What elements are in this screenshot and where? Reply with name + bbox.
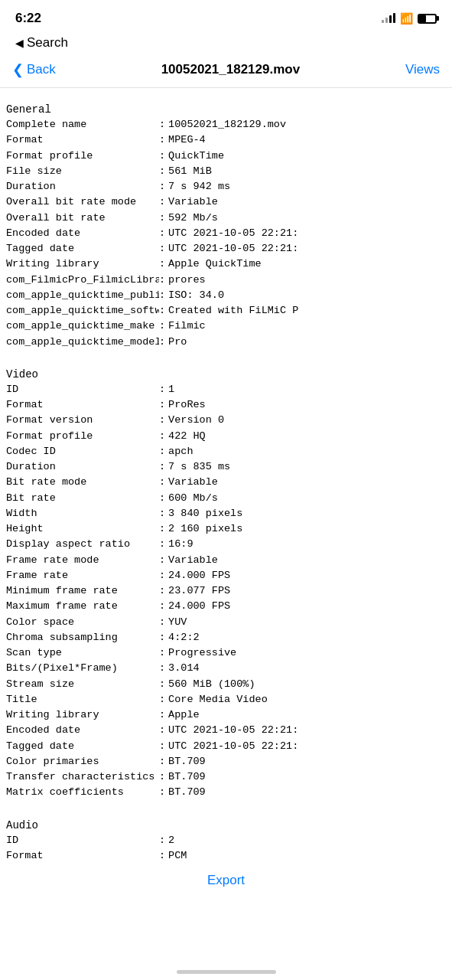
row-value: prores xyxy=(168,273,206,288)
info-table: General Complete name: 10052021_182129.m… xyxy=(6,103,446,864)
table-row: Width: 3 840 pixels xyxy=(6,506,446,521)
table-row: Color primaries: BT.709 xyxy=(6,754,446,769)
row-value: UTC 2021-10-05 22:21: xyxy=(168,241,298,256)
row-label: ID xyxy=(6,382,159,397)
row-value: PCM xyxy=(168,848,187,864)
table-row: Complete name: 10052021_182129.mov xyxy=(6,117,446,132)
table-row: Writing library: Apple QuickTime xyxy=(6,256,446,272)
row-value: QuickTime xyxy=(168,149,224,164)
table-row: Frame rate: 24.000 FPS xyxy=(6,568,446,583)
table-row: Duration: 7 s 942 ms xyxy=(6,179,446,194)
table-row: Overall bit rate: 592 Mb/s xyxy=(6,211,446,226)
row-separator: : xyxy=(159,769,165,785)
row-value: Variable xyxy=(168,194,218,210)
row-separator: : xyxy=(159,179,165,194)
row-label: Bit rate xyxy=(6,491,159,506)
row-separator: : xyxy=(159,226,165,241)
row-label: Complete name xyxy=(6,117,159,132)
table-row: Frame rate mode: Variable xyxy=(6,553,446,568)
row-value: 16:9 xyxy=(168,537,193,552)
row-separator: : xyxy=(159,459,165,475)
table-row: Stream size: 560 MiB (100%) xyxy=(6,677,446,692)
row-label: Color primaries xyxy=(6,754,159,769)
row-value: UTC 2021-10-05 22:21: xyxy=(168,723,298,738)
spacer xyxy=(6,801,446,813)
audio-rows: ID: 2Format: PCM xyxy=(6,833,446,864)
row-label: Format profile xyxy=(6,149,159,164)
row-label: Frame rate xyxy=(6,568,159,583)
row-separator: : xyxy=(159,599,165,614)
row-separator: : xyxy=(159,630,165,645)
row-label: Tagged date xyxy=(6,241,159,256)
table-row: com_apple_quicktime_softw: Created with … xyxy=(6,303,446,318)
row-separator: : xyxy=(159,785,165,800)
row-label: Title xyxy=(6,692,159,707)
row-label: Bits/(Pixel*Frame) xyxy=(6,661,159,676)
content-area: General Complete name: 10052021_182129.m… xyxy=(0,88,452,913)
row-value: Core Media Video xyxy=(168,692,268,707)
row-separator: : xyxy=(159,645,165,661)
row-label: File size xyxy=(6,164,159,179)
row-separator: : xyxy=(159,303,165,318)
row-value: BT.709 xyxy=(168,769,206,785)
row-separator: : xyxy=(159,692,165,707)
table-row: Transfer characteristics: BT.709 xyxy=(6,769,446,785)
search-label: Search xyxy=(27,35,68,51)
row-value: 10052021_182129.mov xyxy=(168,117,286,132)
row-separator: : xyxy=(159,273,165,288)
row-separator: : xyxy=(159,194,165,210)
export-button[interactable]: Export xyxy=(207,873,245,888)
views-button[interactable]: Views xyxy=(405,62,440,77)
row-separator: : xyxy=(159,754,165,769)
row-value: Apple xyxy=(168,707,200,723)
row-separator: : xyxy=(159,475,165,490)
row-separator: : xyxy=(159,615,165,630)
row-label: Format version xyxy=(6,413,159,428)
row-value: Progressive xyxy=(168,645,236,661)
row-label: Format xyxy=(6,848,159,864)
row-separator: : xyxy=(159,335,165,350)
row-label: Writing library xyxy=(6,707,159,723)
row-value: 24.000 FPS xyxy=(168,599,230,614)
row-label: Encoded date xyxy=(6,226,159,241)
row-value: Variable xyxy=(168,553,218,568)
row-value: MPEG-4 xyxy=(168,132,206,148)
row-separator: : xyxy=(159,413,165,428)
row-value: 4:2:2 xyxy=(168,630,200,645)
row-label: Width xyxy=(6,506,159,521)
row-separator: : xyxy=(159,256,165,272)
row-value: ISO: 34.0 xyxy=(168,288,224,303)
row-value: Variable xyxy=(168,475,218,490)
back-button[interactable]: ❮ Back xyxy=(12,61,56,78)
spacer xyxy=(6,350,446,362)
row-label: com_apple_quicktime_make xyxy=(6,318,159,334)
row-separator: : xyxy=(159,382,165,397)
search-back-button[interactable]: ◀ Search xyxy=(15,35,437,51)
search-bar: ◀ Search xyxy=(0,34,452,55)
chevron-left-icon: ◀ xyxy=(15,37,24,49)
row-value: 3 840 pixels xyxy=(168,506,242,521)
row-value: 561 MiB xyxy=(168,164,212,179)
row-label: Format profile xyxy=(6,429,159,444)
row-label: Chroma subsampling xyxy=(6,630,159,645)
table-row: Color space: YUV xyxy=(6,615,446,630)
row-value: 1 xyxy=(168,382,174,397)
row-separator: : xyxy=(159,506,165,521)
row-value: 24.000 FPS xyxy=(168,568,230,583)
table-row: Bit rate mode: Variable xyxy=(6,475,446,490)
row-value: Version 0 xyxy=(168,413,224,428)
row-separator: : xyxy=(159,397,165,413)
row-value: BT.709 xyxy=(168,754,206,769)
row-value: 3.014 xyxy=(168,661,200,676)
audio-section-header: Audio xyxy=(6,819,446,831)
row-separator: : xyxy=(159,211,165,226)
row-label: Format xyxy=(6,397,159,413)
table-row: Display aspect ratio: 16:9 xyxy=(6,537,446,552)
table-row: Format: MPEG-4 xyxy=(6,132,446,148)
signal-icon xyxy=(382,14,395,23)
row-label: Tagged date xyxy=(6,739,159,754)
table-row: ID: 1 xyxy=(6,382,446,397)
table-row: Tagged date: UTC 2021-10-05 22:21: xyxy=(6,241,446,256)
home-indicator xyxy=(177,970,276,974)
row-separator: : xyxy=(159,164,165,179)
